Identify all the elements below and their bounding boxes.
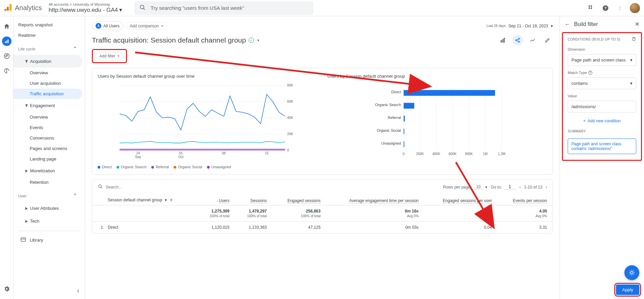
nav-eng-overview[interactable]: Overview <box>14 112 82 122</box>
user-avatar[interactable] <box>630 3 640 13</box>
col-sessions[interactable]: Sessions <box>235 194 272 205</box>
chevron-down-icon: ▾ <box>551 24 553 28</box>
close-icon[interactable]: ✕ <box>635 21 639 27</box>
add-dimension-icon[interactable]: + <box>170 197 173 203</box>
dimension-dropdown-icon[interactable]: ▾ <box>165 198 167 202</box>
insights-fab-icon[interactable] <box>624 265 639 280</box>
chevron-up-icon: ⌃ <box>73 45 77 53</box>
value-input[interactable]: /admissions/ <box>568 101 636 113</box>
logo-text: Analytics <box>15 4 42 12</box>
add-condition-button[interactable]: +Add new condition <box>568 115 636 127</box>
apply-button[interactable]: Apply <box>616 284 639 295</box>
go-to-page[interactable]: Go to: <box>491 184 516 190</box>
goto-input[interactable] <box>504 184 516 190</box>
legend-direct: Direct <box>98 165 112 169</box>
legend-referral: Referral <box>151 165 169 169</box>
legend-organic-social: Organic Social <box>174 165 202 169</box>
col-avg-time[interactable]: Average engagement time per session <box>326 194 424 205</box>
value-label: Value <box>568 94 636 98</box>
edit-pencil-icon[interactable] <box>542 35 553 46</box>
match-type-select[interactable]: contains▾ <box>568 77 636 89</box>
advertising-icon[interactable] <box>3 66 11 74</box>
line-chart-title: Users by Session default channel group o… <box>98 74 317 79</box>
svg-text:Direct: Direct <box>391 90 401 94</box>
apps-icon[interactable] <box>587 4 595 12</box>
svg-text:60K: 60K <box>287 100 293 103</box>
add-filter-chip[interactable]: Add filter + <box>96 52 123 60</box>
report-title: Traffic acquisition: Session default cha… <box>92 36 246 44</box>
back-arrow-icon[interactable]: ← <box>565 21 570 27</box>
nav-acquisition[interactable]: ▾Acquisition <box>14 55 82 68</box>
nav-monetization[interactable]: ▸Monetization <box>14 164 82 177</box>
home-icon[interactable] <box>3 22 11 30</box>
admin-gear-icon[interactable] <box>3 285 11 293</box>
col-events-per[interactable]: Events per session <box>497 194 552 205</box>
svg-text:80K: 80K <box>287 83 293 87</box>
chart-legend: Direct Organic Search Referral Organic S… <box>98 165 317 169</box>
nav-eng-pages[interactable]: Pages and screens <box>14 143 82 154</box>
nav-reports-snapshot[interactable]: Reports snapshot <box>14 20 82 30</box>
segment-a-icon: A <box>96 23 101 29</box>
nav-realtime[interactable]: Realtime <box>14 30 82 41</box>
table-search-input[interactable] <box>106 185 440 190</box>
chevron-right-icon: ▸ <box>25 217 28 225</box>
nav-eng-events[interactable]: Events <box>14 122 82 133</box>
dimension-select[interactable]: Page path and screen class▾ <box>568 54 636 66</box>
table-row[interactable]: 1Direct 1,120,015 1,133,363 47,125 0m 03… <box>92 222 552 233</box>
svg-rect-6 <box>591 5 592 7</box>
col-engaged[interactable]: Engaged sessions <box>272 194 326 205</box>
nav-section-lifecycle[interactable]: Life cycle⌃ <box>14 41 82 55</box>
match-type-label: Match Type <box>568 71 587 75</box>
nav-retention[interactable]: Retention <box>14 177 82 188</box>
logo[interactable]: Analytics <box>4 3 42 13</box>
col-eng-per-user[interactable]: Engaged sessions per user <box>424 194 497 205</box>
customize-report-icon[interactable] <box>497 35 508 46</box>
date-range-picker[interactable]: Last 28 days Sep 21 - Oct 18, 2023 ▾ <box>487 24 553 28</box>
nav-section-user[interactable]: User⌃ <box>14 188 82 202</box>
share-icon[interactable] <box>512 35 523 46</box>
legend-organic-search: Organic Search <box>117 165 147 169</box>
nav-engagement[interactable]: ▾Engagement <box>14 99 82 112</box>
nav-acq-traffic[interactable]: Traffic acquisition <box>14 89 82 99</box>
explore-icon[interactable] <box>3 52 11 60</box>
account-picker[interactable]: All accounts > University of Wyoming htt… <box>46 1 130 15</box>
svg-text:200K: 200K <box>416 152 424 156</box>
more-vert-icon[interactable]: ⋮ <box>616 4 624 12</box>
nav-eng-conversions[interactable]: Conversions <box>14 133 82 143</box>
nav-eng-landing[interactable]: Landing page <box>14 154 82 164</box>
search-bar[interactable]: Try searching "users from USA last week" <box>134 1 313 15</box>
help-icon[interactable]: ? <box>588 71 592 75</box>
svg-point-68 <box>630 271 633 274</box>
svg-text:0: 0 <box>403 152 405 156</box>
svg-rect-67 <box>633 38 635 41</box>
next-page-icon[interactable]: › <box>546 185 547 190</box>
all-users-chip[interactable]: AAll Users <box>92 22 123 30</box>
nav-acq-user[interactable]: User acquisition <box>14 78 82 89</box>
insights-icon[interactable] <box>527 35 538 46</box>
svg-text:400K: 400K <box>432 152 440 156</box>
rows-per-page[interactable]: Rows per page: 10▾ <box>443 184 487 190</box>
title-dropdown-icon[interactable]: ▾ <box>257 38 259 43</box>
nav-library[interactable]: Library <box>14 233 85 247</box>
dimension-header[interactable]: Session default channel group <box>108 198 162 202</box>
svg-rect-1 <box>7 7 9 11</box>
svg-text:Organic Social: Organic Social <box>377 128 401 132</box>
svg-rect-17 <box>501 41 501 42</box>
build-filter-panel: ← Build filter ✕ CONDITIONS (BUILD UP TO… <box>560 16 644 299</box>
nav-user-attributes[interactable]: ▸User Attributes <box>14 202 82 215</box>
nav-tech[interactable]: ▸Tech <box>14 215 82 227</box>
svg-text:800K: 800K <box>465 152 473 156</box>
dropdown-icon: ▾ <box>485 185 487 190</box>
prev-page-icon[interactable]: ‹ <box>519 185 521 190</box>
filter-panel-title: Build filter <box>574 21 598 27</box>
collapse-nav-icon[interactable]: ‹ <box>77 286 79 294</box>
help-icon[interactable]: ? <box>601 4 610 12</box>
table-search[interactable] <box>98 184 440 190</box>
col-users[interactable]: ↓Users <box>198 194 235 205</box>
add-comparison-chip[interactable]: Add comparison + <box>126 22 167 30</box>
chevron-right-icon: ▸ <box>25 204 28 212</box>
delete-condition-icon[interactable] <box>632 36 636 42</box>
svg-text:1M: 1M <box>483 152 487 156</box>
nav-acq-overview[interactable]: Overview <box>14 68 82 78</box>
reports-icon[interactable] <box>2 36 11 46</box>
